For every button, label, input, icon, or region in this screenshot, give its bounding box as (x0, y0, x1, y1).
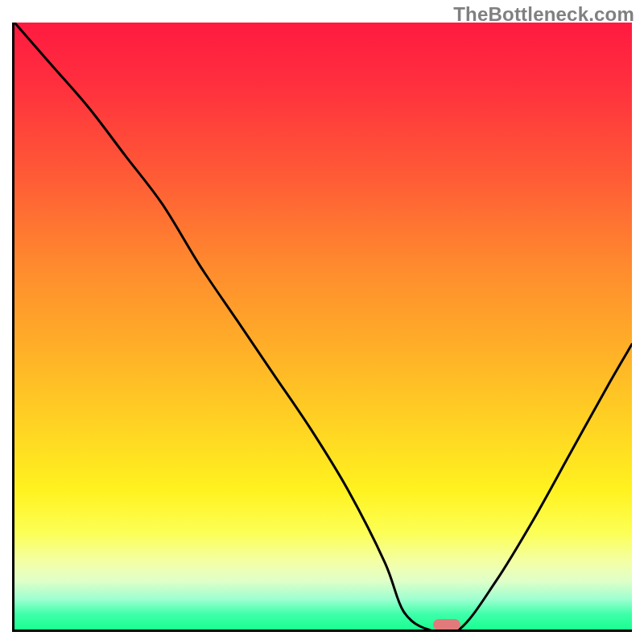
plot-area (12, 23, 632, 632)
bottleneck-curve-path (14, 23, 632, 630)
optimal-point-marker (433, 619, 460, 630)
chart-frame: TheBottleneck.com (0, 0, 644, 644)
bottleneck-curve (14, 23, 632, 630)
